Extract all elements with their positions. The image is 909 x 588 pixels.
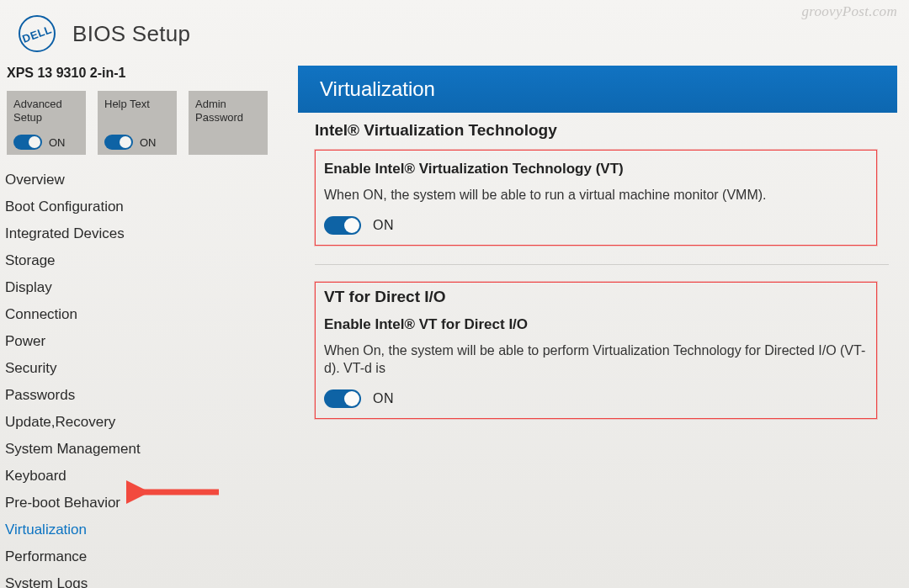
- toggle-state-vt: ON: [373, 218, 394, 233]
- dell-logo: DELL: [19, 15, 56, 52]
- watermark-text: groovyPost.com: [801, 3, 897, 20]
- card-advanced-setup[interactable]: Advanced Setup ON: [7, 91, 86, 155]
- highlight-vt: Enable Intel® Virtualization Technology …: [315, 150, 877, 246]
- sidebar-item-passwords[interactable]: Passwords: [2, 382, 286, 409]
- sub-heading-enable-vt: Enable Intel® Virtualization Technology …: [324, 161, 868, 177]
- desc-vt: When ON, the system will be able to run …: [324, 186, 868, 204]
- sidebar-item-system-management[interactable]: System Management: [2, 436, 286, 463]
- sidebar-card-row: Advanced Setup ON Help Text ON Admin Pas…: [2, 87, 286, 167]
- sidebar-item-storage[interactable]: Storage: [2, 247, 286, 274]
- card-title: Admin Password: [195, 98, 261, 125]
- card-admin-password[interactable]: Admin Password: [189, 91, 268, 155]
- desc-vtd: When On, the system will be able to perf…: [324, 342, 868, 378]
- panel-title-bar: Virtualization: [298, 66, 897, 113]
- sidebar-item-virtualization[interactable]: Virtualization: [2, 516, 286, 543]
- toggle-advanced-setup[interactable]: [13, 135, 42, 150]
- sidebar-item-keyboard[interactable]: Keyboard: [2, 463, 286, 490]
- toggle-state: ON: [49, 136, 66, 149]
- sub-heading-enable-vtd: Enable Intel® VT for Direct I/O: [324, 316, 868, 333]
- toggle-enable-vt[interactable]: [324, 216, 361, 235]
- section-heading-vt: Intel® Virtualization Technology: [315, 121, 889, 140]
- toggle-enable-vtd[interactable]: [324, 389, 361, 408]
- sidebar-item-security[interactable]: Security: [2, 355, 286, 382]
- sidebar-item-integrated-devices[interactable]: Integrated Devices: [2, 220, 286, 247]
- toggle-state-vtd: ON: [373, 391, 394, 406]
- card-title: Advanced Setup: [13, 98, 79, 125]
- main-panel: Virtualization Intel® Virtualization Tec…: [286, 66, 909, 588]
- sidebar: XPS 13 9310 2-in-1 Advanced Setup ON Hel…: [0, 66, 286, 588]
- card-title: Help Text: [104, 98, 170, 111]
- sidebar-item-system-logs[interactable]: System Logs: [2, 570, 286, 588]
- sidebar-nav: OverviewBoot ConfigurationIntegrated Dev…: [2, 167, 286, 588]
- page-title: BIOS Setup: [72, 21, 190, 47]
- bios-header: DELL BIOS Setup: [0, 0, 909, 59]
- system-model: XPS 13 9310 2-in-1: [2, 66, 286, 87]
- sidebar-item-display[interactable]: Display: [2, 274, 286, 301]
- section-divider: [315, 264, 889, 265]
- toggle-help-text[interactable]: [104, 135, 133, 150]
- sidebar-item-overview[interactable]: Overview: [2, 167, 286, 193]
- sidebar-item-connection[interactable]: Connection: [2, 301, 286, 328]
- highlight-vtd: VT for Direct I/O Enable Intel® VT for D…: [315, 282, 877, 419]
- card-help-text[interactable]: Help Text ON: [98, 91, 177, 155]
- section-heading-vtd: VT for Direct I/O: [324, 288, 868, 306]
- sidebar-item-power[interactable]: Power: [2, 328, 286, 355]
- sidebar-item-update-recovery[interactable]: Update,Recovery: [2, 409, 286, 436]
- toggle-state: ON: [140, 136, 157, 149]
- sidebar-item-pre-boot-behavior[interactable]: Pre-boot Behavior: [2, 490, 286, 516]
- sidebar-item-performance[interactable]: Performance: [2, 543, 286, 570]
- sidebar-item-boot-configuration[interactable]: Boot Configuration: [2, 193, 286, 220]
